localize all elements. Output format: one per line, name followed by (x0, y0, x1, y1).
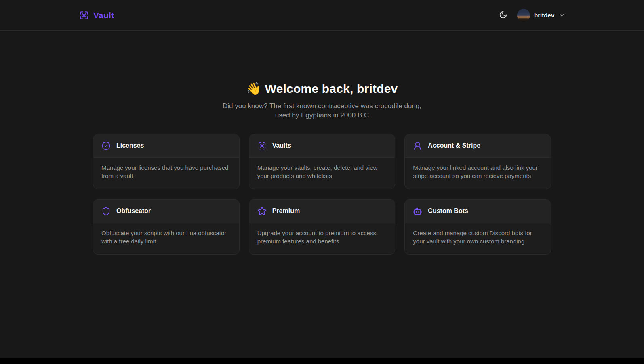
card-description: Manage your licenses that you have purch… (101, 164, 231, 180)
user-menu[interactable]: britdev (517, 9, 565, 22)
chevron-down-icon (558, 12, 565, 19)
card-body: Obfuscate your scripts with our Lua obfu… (93, 223, 239, 254)
card-title: Licenses (116, 142, 144, 149)
card-title: Account & Stripe (428, 142, 480, 149)
card-description: Manage your linked account and also link… (413, 164, 543, 180)
card-body: Manage your linked account and also link… (405, 158, 551, 189)
welcome-title: 👋 Welcome back, britdev (0, 82, 644, 96)
card-obfuscator[interactable]: Obfuscator Obfuscate your scripts with o… (93, 199, 240, 255)
card-header: Premium (249, 200, 395, 223)
navbar-inner: Vault britdev (69, 9, 575, 22)
welcome-subtitle-line2: used by Egyptians in 2000 B.C (275, 111, 369, 119)
card-description: Upgrade your account to premium to acces… (257, 229, 387, 245)
brand-link[interactable]: Vault (79, 10, 114, 21)
card-description: Obfuscate your scripts with our Lua obfu… (101, 229, 231, 245)
vault-logo-icon (79, 10, 89, 21)
card-header: Licenses (93, 134, 239, 158)
brand-name: Vault (93, 10, 114, 20)
welcome-section: 👋 Welcome back, britdev Did you know? Th… (0, 82, 644, 120)
shield-icon (101, 207, 111, 216)
bot-icon (413, 207, 422, 216)
card-custom-bots[interactable]: Custom Bots Create and manage custom Dis… (404, 199, 551, 255)
card-body: Create and manage custom Discord bots fo… (405, 223, 551, 254)
page: Vault britdev (0, 0, 644, 364)
vault-icon (257, 141, 267, 151)
card-premium[interactable]: Premium Upgrade your account to premium … (249, 199, 396, 255)
theme-toggle-button[interactable] (497, 9, 509, 22)
card-header: Account & Stripe (405, 134, 551, 158)
card-title: Vaults (272, 142, 291, 149)
card-description: Create and manage custom Discord bots fo… (413, 229, 543, 245)
bottom-strip (0, 358, 644, 364)
navbar: Vault britdev (0, 0, 644, 31)
card-body: Manage your vaults, create, delete, and … (249, 158, 395, 189)
card-title: Custom Bots (428, 207, 468, 215)
navbar-right: britdev (497, 9, 565, 22)
card-title: Premium (272, 207, 300, 215)
card-header: Vaults (249, 134, 395, 158)
card-vaults[interactable]: Vaults Manage your vaults, create, delet… (249, 134, 396, 189)
card-body: Upgrade your account to premium to acces… (249, 223, 395, 254)
star-icon (257, 207, 267, 216)
card-header: Obfuscator (93, 200, 239, 223)
card-title: Obfuscator (116, 207, 151, 215)
card-header: Custom Bots (405, 200, 551, 223)
card-account-stripe[interactable]: Account & Stripe Manage your linked acco… (404, 134, 551, 189)
welcome-subtitle: Did you know? The first known contracept… (0, 101, 644, 120)
moon-icon (499, 10, 507, 20)
welcome-subtitle-line1: Did you know? The first known contracept… (223, 102, 421, 110)
user-icon (413, 141, 422, 151)
wave-emoji: 👋 (246, 82, 262, 95)
card-licenses[interactable]: Licenses Manage your licenses that you h… (93, 134, 240, 189)
cards-grid: Licenses Manage your licenses that you h… (93, 134, 551, 255)
badge-check-icon (101, 141, 111, 151)
username: britdev (534, 12, 554, 19)
main-content: 👋 Welcome back, britdev Did you know? Th… (0, 31, 644, 358)
avatar (517, 9, 530, 22)
card-description: Manage your vaults, create, delete, and … (257, 164, 387, 180)
card-body: Manage your licenses that you have purch… (93, 158, 239, 189)
welcome-title-text: Welcome back, britdev (265, 82, 398, 95)
